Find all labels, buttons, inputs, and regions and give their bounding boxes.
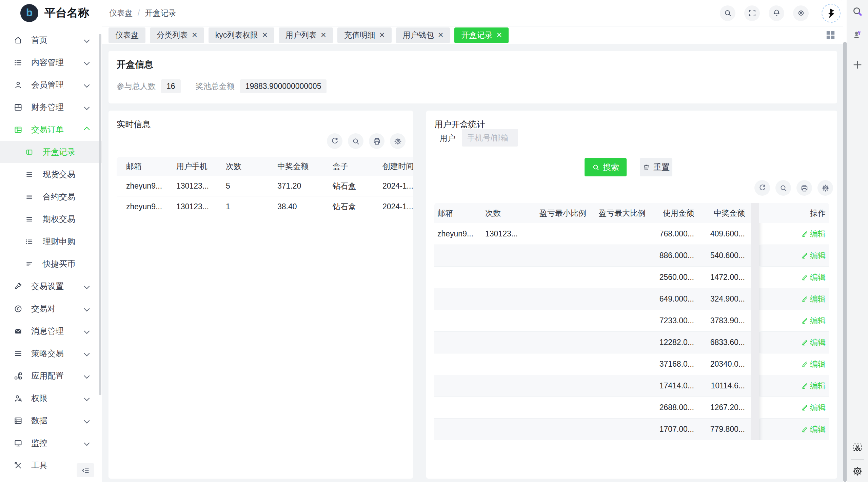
tools-icon — [14, 461, 23, 470]
topbar: 仪表盘 / 开盒记录 — [102, 0, 843, 26]
close-icon[interactable]: × — [192, 31, 197, 40]
cell: 1267.20... — [697, 403, 748, 412]
search-button[interactable] — [720, 5, 735, 21]
tab-充值明细[interactable]: 充值明细× — [337, 27, 392, 43]
sidebar-item-数据[interactable]: 数据 — [0, 409, 102, 432]
cell: 2688.00... — [655, 403, 697, 412]
refresh-button[interactable] — [327, 133, 342, 149]
sidebar-item-快捷买币[interactable]: 快捷买币 — [0, 253, 102, 275]
sidebar-item-交易订单[interactable]: 交易订单 — [0, 118, 102, 141]
sidebar-item-内容管理[interactable]: 内容管理 — [0, 51, 102, 74]
add-extension-button[interactable] — [850, 57, 865, 72]
collapse-sidebar-button[interactable] — [77, 463, 94, 477]
sidebar-item-权限[interactable]: 权限 — [0, 387, 102, 409]
sidebar-item-消息管理[interactable]: 消息管理 — [0, 320, 102, 342]
toolbar-divider — [851, 459, 864, 460]
fullscreen-button[interactable] — [744, 5, 760, 21]
sidebar-item-合约交易[interactable]: 合约交易 — [0, 186, 102, 208]
chevron-down-icon — [84, 60, 90, 65]
sidebar-scrollbar[interactable] — [99, 34, 101, 395]
browser-search-button[interactable] — [850, 4, 865, 19]
search-submit-button[interactable]: 搜索 — [585, 158, 627, 176]
edit-link[interactable]: 编辑 — [801, 229, 826, 239]
breadcrumb-item[interactable]: 仪表盘 — [109, 8, 133, 18]
copyright-icon — [14, 304, 23, 313]
edit-link[interactable]: 编辑 — [801, 250, 826, 261]
edit-link[interactable]: 编辑 — [801, 294, 826, 304]
sidebar-item-交易设置[interactable]: 交易设置 — [0, 275, 102, 297]
reset-button[interactable]: 重置 — [640, 158, 672, 176]
edit-label: 编辑 — [810, 272, 826, 283]
tab-用户钱包[interactable]: 用户钱包× — [396, 27, 450, 43]
tab-用户列表[interactable]: 用户列表× — [279, 27, 333, 43]
phone-email-input[interactable]: 手机号/邮箱 — [462, 129, 518, 147]
close-icon[interactable]: × — [496, 31, 502, 40]
tab-kyc列表权限[interactable]: kyc列表权限× — [209, 27, 274, 43]
edit-link[interactable]: 编辑 — [801, 272, 826, 283]
close-icon[interactable]: × — [438, 31, 443, 40]
sidebar-item-期权交易[interactable]: 期权交易 — [0, 208, 102, 230]
sidebar-item-label: 合约交易 — [43, 191, 75, 202]
actions-cell: 编辑 — [759, 310, 829, 331]
reset-button-label: 重置 — [653, 162, 670, 173]
sidebar-item-策略交易[interactable]: 策略交易 — [0, 342, 102, 365]
sidebar-item-label: 交易设置 — [31, 281, 64, 292]
browser-settings-button[interactable] — [850, 464, 865, 479]
menu-list-icon — [25, 237, 34, 246]
close-icon[interactable]: × — [262, 31, 268, 40]
actions-cell: 编辑 — [759, 375, 829, 397]
edit-link[interactable]: 编辑 — [801, 381, 826, 391]
actions-cell: 编辑 — [759, 267, 829, 288]
card-title: 用户开盒统计 — [434, 119, 485, 130]
cell: 2024-1... — [378, 202, 413, 211]
print-button[interactable] — [796, 180, 812, 196]
close-icon[interactable]: × — [379, 31, 385, 40]
sidebar-item-label: 策略交易 — [31, 348, 64, 359]
tab-仪表盘[interactable]: 仪表盘 — [108, 27, 145, 43]
edit-link[interactable]: 编辑 — [801, 359, 826, 369]
edit-link[interactable]: 编辑 — [801, 315, 826, 326]
table-toolbar — [327, 133, 406, 149]
stat-label: 参与总人数 — [117, 81, 156, 92]
monitor-icon — [14, 439, 23, 448]
table-row: 649.000...324.900... 编辑 — [434, 288, 829, 310]
settings-button[interactable] — [793, 5, 809, 21]
refresh-button[interactable] — [754, 180, 770, 196]
sidebar-item-会员管理[interactable]: 会员管理 — [0, 74, 102, 96]
edit-link[interactable]: 编辑 — [801, 337, 826, 348]
table-settings-button[interactable] — [390, 133, 406, 149]
home-icon — [14, 36, 23, 45]
sidebar-item-应用配置[interactable]: 应用配置 — [0, 365, 102, 387]
sidebar-item-label: 财务管理 — [31, 102, 64, 113]
edit-link[interactable]: 编辑 — [801, 402, 826, 413]
user-avatar[interactable] — [822, 4, 841, 23]
table-settings-button[interactable] — [817, 180, 833, 196]
sidebar-item-理财申购[interactable]: 理财申购 — [0, 230, 102, 253]
tab-开盒记录[interactable]: 开盒记录× — [454, 27, 509, 43]
sidebar-item-监控[interactable]: 监控 — [0, 432, 102, 454]
sidebar-item-交易对[interactable]: 交易对 — [0, 297, 102, 320]
sidebar-item-label: 理财申购 — [43, 236, 75, 247]
sidebar-item-label: 交易对 — [31, 303, 56, 314]
sidebar-item-现货交易[interactable]: 现货交易 — [0, 163, 102, 186]
sidebar-item-财务管理[interactable]: 财务管理 — [0, 96, 102, 118]
column-header: 盈亏最大比例 — [596, 208, 655, 218]
cell: 钻石盒 — [329, 181, 378, 191]
sidebar-item-开盒记录[interactable]: 开盒记录 — [0, 141, 102, 163]
chess-extension-button[interactable] — [850, 26, 865, 41]
page-scrollbar[interactable] — [843, 42, 847, 482]
table-scrollbar-gutter[interactable] — [751, 203, 759, 440]
search-table-button[interactable] — [348, 133, 363, 149]
cell: 409.600... — [697, 229, 748, 238]
edit-link[interactable]: 编辑 — [801, 424, 826, 435]
close-icon[interactable]: × — [321, 31, 326, 40]
screenshot-tool-button[interactable] — [850, 440, 865, 455]
search-table-button[interactable] — [775, 180, 791, 196]
print-button[interactable] — [369, 133, 384, 149]
tab-分类列表[interactable]: 分类列表× — [150, 27, 204, 43]
tab-options-button[interactable] — [825, 29, 836, 41]
sidebar-item-首页[interactable]: 首页 — [0, 29, 102, 51]
table-row: zheyun9...130123...768.000...409.600... … — [434, 223, 829, 245]
edit-label: 编辑 — [810, 294, 826, 304]
notifications-button[interactable] — [769, 5, 784, 21]
